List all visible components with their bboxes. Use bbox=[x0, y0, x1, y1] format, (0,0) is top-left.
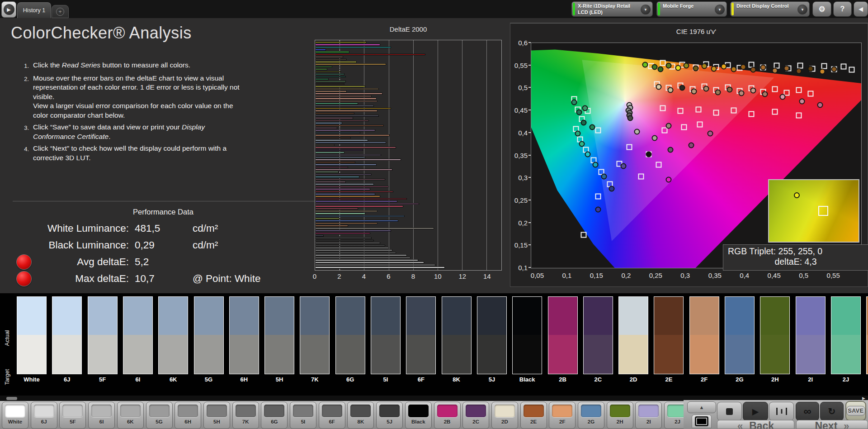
measured-circle-marker[interactable] bbox=[740, 64, 746, 70]
deltae-bar[interactable] bbox=[315, 120, 369, 122]
measured-circle-marker[interactable] bbox=[711, 66, 717, 72]
deltae-bar[interactable] bbox=[315, 71, 341, 73]
deltae-bar[interactable] bbox=[315, 242, 380, 244]
measured-circle-marker[interactable] bbox=[684, 63, 689, 69]
measured-circle-marker[interactable] bbox=[750, 67, 756, 73]
measured-circle-marker[interactable] bbox=[772, 68, 778, 74]
patch-button-black[interactable]: Black bbox=[405, 402, 432, 429]
patch-button-5j[interactable]: 5J bbox=[376, 402, 403, 429]
add-tab-button[interactable]: + bbox=[52, 5, 69, 18]
measured-circle-marker[interactable] bbox=[760, 65, 766, 71]
patch-button-2i[interactable]: 2I bbox=[635, 402, 662, 429]
patch-button-2c[interactable]: 2C bbox=[462, 402, 489, 429]
measured-circle-marker[interactable] bbox=[807, 66, 813, 72]
deltae-bar[interactable] bbox=[315, 174, 372, 176]
deltae-bar[interactable] bbox=[315, 144, 335, 146]
measured-circle-marker[interactable] bbox=[642, 62, 648, 67]
measured-circle-marker[interactable] bbox=[817, 102, 823, 108]
patch-button-2d[interactable]: 2D bbox=[491, 402, 518, 429]
measured-circle-marker[interactable] bbox=[666, 176, 672, 182]
deltae-bar[interactable] bbox=[315, 208, 358, 210]
deltae-bar[interactable] bbox=[315, 233, 370, 234]
chevron-down-icon[interactable]: ▼ bbox=[715, 5, 725, 14]
deltae-bar[interactable] bbox=[315, 169, 392, 171]
measured-circle-marker[interactable] bbox=[799, 98, 805, 104]
help-button[interactable]: ? bbox=[833, 1, 852, 17]
deltae-bar[interactable] bbox=[315, 149, 363, 151]
measured-circle-marker[interactable] bbox=[715, 89, 721, 95]
measured-circle-marker[interactable] bbox=[576, 110, 582, 115]
deltae-bar[interactable] bbox=[315, 137, 351, 139]
patch-button-8k[interactable]: 8K bbox=[347, 402, 374, 429]
deltae-bar[interactable] bbox=[315, 159, 401, 161]
measured-circle-marker[interactable] bbox=[657, 67, 663, 72]
resize-handle[interactable] bbox=[6, 397, 17, 400]
patch-button-6g[interactable]: 6G bbox=[261, 402, 288, 429]
back-button[interactable]: « Back bbox=[717, 420, 794, 429]
deltae-bar[interactable] bbox=[315, 152, 344, 153]
deltae-bar[interactable] bbox=[315, 54, 425, 56]
refresh-button[interactable]: ↻ bbox=[820, 402, 844, 421]
deltae-bar[interactable] bbox=[315, 91, 347, 92]
deltae-bar[interactable] bbox=[315, 98, 377, 100]
deltae-bar[interactable] bbox=[315, 56, 343, 58]
deltae-bar[interactable] bbox=[315, 162, 355, 163]
deltae-bar[interactable] bbox=[315, 110, 377, 112]
patch-button-2g[interactable]: 2G bbox=[578, 402, 604, 429]
deltae-bar[interactable] bbox=[315, 83, 344, 85]
deltae-bar[interactable] bbox=[315, 213, 365, 214]
measured-circle-marker[interactable] bbox=[595, 207, 601, 213]
deltae-bar[interactable] bbox=[315, 105, 374, 107]
deltae-bar[interactable] bbox=[315, 44, 380, 46]
patch-button-6f[interactable]: 6F bbox=[319, 402, 345, 429]
deltae-bar[interactable] bbox=[315, 220, 398, 222]
deltae-bar[interactable] bbox=[315, 122, 342, 124]
deltae-bar[interactable] bbox=[315, 142, 386, 143]
measured-circle-marker[interactable] bbox=[831, 67, 837, 72]
deltae-bar[interactable] bbox=[315, 259, 418, 261]
measured-circle-marker[interactable] bbox=[691, 88, 697, 94]
deltae-bar[interactable] bbox=[315, 125, 384, 127]
deltae-bar[interactable] bbox=[315, 262, 424, 263]
measured-circle-marker[interactable] bbox=[581, 120, 587, 126]
meter-dropdown[interactable]: X-Rite i1Display RetailLCD (LED) ▼ bbox=[571, 1, 653, 17]
deltae-bar[interactable] bbox=[315, 230, 391, 232]
measured-circle-marker[interactable] bbox=[666, 123, 672, 129]
patch-button-2h[interactable]: 2H bbox=[607, 402, 633, 429]
deltae-bar[interactable] bbox=[315, 188, 370, 190]
deltae-bar[interactable] bbox=[315, 240, 374, 242]
deltae-bar[interactable] bbox=[315, 76, 346, 78]
patch-button-6h[interactable]: 6H bbox=[175, 402, 201, 429]
deltae-bar[interactable] bbox=[315, 95, 372, 97]
deltae-bar[interactable] bbox=[315, 191, 393, 193]
measured-circle-marker[interactable] bbox=[707, 130, 713, 136]
measured-circle-marker[interactable] bbox=[784, 66, 790, 72]
deltae-bar[interactable] bbox=[315, 176, 359, 178]
read-single-button[interactable] bbox=[769, 402, 794, 421]
deltae-bar[interactable] bbox=[315, 183, 374, 185]
measured-circle-marker[interactable] bbox=[693, 66, 699, 72]
deltae-bar[interactable] bbox=[315, 167, 348, 168]
measured-circle-marker[interactable] bbox=[634, 129, 640, 135]
source-dropdown[interactable]: Mobile Forge ▼ bbox=[656, 1, 727, 17]
deltae-bar[interactable] bbox=[315, 61, 357, 63]
deltae-bar[interactable] bbox=[315, 198, 407, 200]
measured-circle-marker[interactable] bbox=[620, 163, 626, 169]
measured-circle-marker[interactable] bbox=[675, 65, 681, 71]
deltae-bar[interactable] bbox=[315, 215, 405, 217]
deltae-bar[interactable] bbox=[315, 66, 332, 68]
deltae-bar[interactable] bbox=[315, 195, 380, 197]
display-control-dropdown[interactable]: Direct Display Control ▼ bbox=[730, 1, 810, 17]
deltae-bar[interactable] bbox=[315, 100, 377, 102]
patch-button-6j[interactable]: 6J bbox=[31, 402, 57, 429]
measured-circle-marker[interactable] bbox=[575, 130, 581, 136]
measured-circle-marker[interactable] bbox=[796, 68, 802, 74]
deltae-bar[interactable] bbox=[315, 129, 375, 131]
deltae-bar[interactable] bbox=[315, 42, 367, 43]
measured-circle-marker[interactable] bbox=[666, 63, 672, 69]
measured-circle-marker[interactable] bbox=[582, 105, 588, 111]
deltae-bar[interactable] bbox=[315, 252, 396, 254]
patch-button-6k[interactable]: 6K bbox=[117, 402, 144, 429]
deltae-bar[interactable] bbox=[315, 264, 435, 266]
deltae-bar[interactable] bbox=[315, 93, 382, 95]
